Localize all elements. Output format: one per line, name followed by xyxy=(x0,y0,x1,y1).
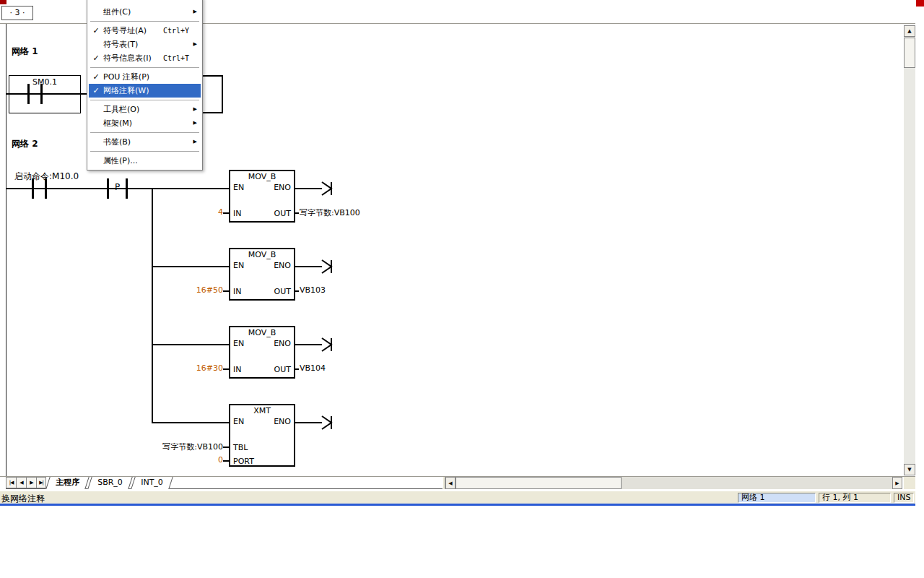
pin-output: OUT xyxy=(274,287,291,296)
operand-value[interactable]: 0 xyxy=(108,455,223,465)
pou-tab[interactable]: INT_0 xyxy=(131,477,173,489)
pulse-contact-label[interactable]: P xyxy=(109,182,126,192)
menu-item[interactable]: ✓网络注释(W) xyxy=(89,84,201,98)
submenu-arrow-icon: ▶ xyxy=(193,5,197,19)
menu-separator xyxy=(90,21,199,22)
tab-next-button[interactable]: ▶ xyxy=(26,477,36,488)
wire xyxy=(295,212,299,214)
pou-tab[interactable]: 主程序 xyxy=(45,477,90,489)
menu-separator xyxy=(90,67,199,68)
pin-input: IN xyxy=(233,209,241,218)
block-title: MOV_B xyxy=(230,328,294,337)
vertical-scrollbar[interactable]: ▲ ▼ xyxy=(904,25,915,475)
horizontal-scroll-thumb[interactable] xyxy=(456,477,622,489)
view-menu: 组件(C)▶✓符号寻址(A)Ctrl+Y符号表(T)▶✓符号信息表(I)Ctrl… xyxy=(87,0,203,171)
menu-item-label: 组件(C) xyxy=(103,5,201,19)
wire xyxy=(295,344,322,345)
pin-eno: ENO xyxy=(274,417,291,426)
scroll-up-button[interactable]: ▲ xyxy=(904,25,915,37)
operand-value[interactable]: 写字节数:VB100 xyxy=(300,207,360,218)
wire xyxy=(295,188,322,189)
menu-item[interactable]: 书签(B)▶ xyxy=(89,135,201,149)
block-title: MOV_B xyxy=(230,172,294,181)
operand-value[interactable]: 16#50 xyxy=(108,285,223,295)
pou-tab-label: SBR_0 xyxy=(97,477,123,488)
submenu-arrow-icon: ▶ xyxy=(193,103,197,116)
network2-label: 网络 2 xyxy=(12,138,38,150)
tab-last-button[interactable]: ▶| xyxy=(36,477,46,488)
menu-item-label: 网络注释(W) xyxy=(103,84,201,98)
energy-flow-arrow-icon xyxy=(321,258,336,275)
tab-bar: |◀◀▶▶| 主程序SBR_0INT_0 ◀ ▶ xyxy=(0,477,915,490)
operand-value[interactable]: 4 xyxy=(108,207,223,217)
menu-separator xyxy=(90,151,199,152)
wire xyxy=(223,212,229,214)
operand-value[interactable]: VB104 xyxy=(300,363,326,373)
checkmark-icon: ✓ xyxy=(89,24,103,38)
function-block[interactable]: MOV_BENENOINOUT xyxy=(229,248,295,301)
operand-value[interactable]: 16#30 xyxy=(108,363,223,373)
pin-en: EN xyxy=(233,183,244,192)
submenu-arrow-icon: ▶ xyxy=(193,38,197,51)
block-title: XMT xyxy=(230,406,294,415)
function-block[interactable]: XMTENENOTBLPORT xyxy=(229,404,295,467)
menu-item[interactable]: ✓POU 注释(P) xyxy=(89,70,201,84)
wire xyxy=(223,368,229,370)
network1-label: 网络 1 xyxy=(12,46,38,58)
wire xyxy=(152,344,229,345)
menu-item-label: 工具栏(O) xyxy=(103,103,201,116)
wire xyxy=(223,447,229,448)
operand-value[interactable]: VB103 xyxy=(300,285,326,295)
tab-first-button[interactable]: |◀ xyxy=(6,477,16,488)
wire xyxy=(152,266,229,267)
menu-item[interactable]: 组件(C)▶ xyxy=(89,5,201,19)
scroll-down-button[interactable]: ▼ xyxy=(904,464,915,475)
pin-eno: ENO xyxy=(274,183,291,192)
window-bottom-border xyxy=(0,504,915,506)
view-menu-items: 组件(C)▶✓符号寻址(A)Ctrl+Y符号表(T)▶✓符号信息表(I)Ctrl… xyxy=(89,5,201,168)
wire xyxy=(223,460,229,462)
wire xyxy=(295,266,322,267)
tab-strip: 主程序SBR_0INT_0 xyxy=(48,477,173,489)
pin-en: EN xyxy=(233,261,244,270)
menu-item[interactable]: 属性(P)... xyxy=(89,154,201,168)
scrollbar-corner xyxy=(904,477,915,489)
wire xyxy=(295,290,299,292)
wire xyxy=(6,188,153,189)
pou-tab[interactable]: SBR_0 xyxy=(87,477,132,489)
pin-en: EN xyxy=(233,417,244,426)
pin-input: IN xyxy=(233,287,241,296)
menu-item[interactable]: 符号表(T)▶ xyxy=(89,38,201,51)
menu-item[interactable]: 工具栏(O)▶ xyxy=(89,103,201,116)
function-block[interactable]: MOV_BENENOINOUT xyxy=(229,170,295,223)
menu-item-label: 属性(P)... xyxy=(103,154,201,168)
menu-item-label: POU 注释(P) xyxy=(103,70,201,84)
menu-separator xyxy=(90,100,199,100)
menu-item[interactable]: 框架(M)▶ xyxy=(89,116,201,130)
status-network-panel: 网络 1 xyxy=(738,493,816,503)
energy-flow-arrow-icon xyxy=(321,180,336,197)
pin-input: IN xyxy=(233,365,241,374)
menu-item-label: 框架(M) xyxy=(103,116,201,130)
horizontal-scrollbar[interactable]: ◀ ▶ xyxy=(445,477,902,489)
menu-item[interactable]: ✓符号信息表(I)Ctrl+T xyxy=(89,51,201,65)
contact-operand[interactable]: SM0.1 xyxy=(9,77,81,87)
menu-shortcut: Ctrl+Y xyxy=(163,24,189,38)
scroll-right-button[interactable]: ▶ xyxy=(892,477,902,489)
energy-flow-arrow-icon xyxy=(321,414,336,431)
contact-bar-icon xyxy=(27,84,30,104)
scroll-left-button[interactable]: ◀ xyxy=(445,477,456,489)
wire xyxy=(295,368,299,370)
app-window: · 3 · 网络 1 SM0.1 网络 2 启动命令:M10.0 P 4写字节数… xyxy=(0,0,924,578)
tab-prev-button[interactable]: ◀ xyxy=(16,477,26,488)
status-bar: 换网络注释 网络 1 行 1, 列 1 INS xyxy=(0,491,915,504)
wire xyxy=(152,188,153,423)
pou-tab-label: 主程序 xyxy=(56,477,79,488)
submenu-arrow-icon: ▶ xyxy=(193,116,197,130)
menu-item[interactable]: ✓符号寻址(A)Ctrl+Y xyxy=(89,24,201,38)
vertical-scroll-thumb[interactable] xyxy=(904,38,915,68)
tab-nav: |◀◀▶▶| xyxy=(6,477,46,489)
function-block[interactable]: MOV_BENENOINOUT xyxy=(229,326,295,379)
energy-flow-arrow-icon xyxy=(321,336,336,353)
operand-value[interactable]: 写字节数:VB100 xyxy=(108,441,223,452)
